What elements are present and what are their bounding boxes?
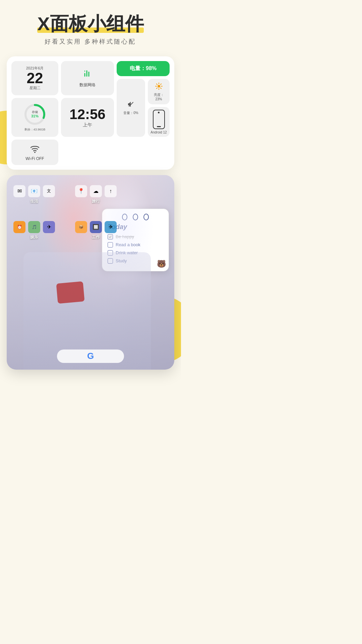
mute-icon [127, 100, 135, 110]
sound-cell: 音量：0% [117, 79, 145, 137]
app-icon: 🔲 [90, 221, 102, 233]
folder-label-entertainment: 娱乐 [30, 234, 38, 240]
title-text: X面板小组件 [37, 13, 143, 34]
google-search-bar[interactable]: G [57, 350, 124, 363]
app-icon: 文 [43, 185, 55, 197]
wifi-label: Wi-Fi OFF [25, 156, 44, 161]
data-network-label: 数据网络 [79, 82, 96, 88]
app-group-entertainment[interactable]: ⏰ 🎵 ✈ 娱乐 [13, 221, 55, 240]
data-network-cell: 数据网络 [61, 61, 114, 96]
android-label: Android 12 [150, 130, 167, 134]
app-icon: ✈ [105, 221, 117, 233]
page-subtitle: 好看又实用 多种样式随心配 [37, 38, 143, 46]
wifi-cell: Wi-Fi OFF [11, 140, 58, 165]
date-day: 22 [27, 71, 43, 86]
page-title: X面板小组件 [37, 13, 143, 34]
app-icon: 🎵 [28, 221, 40, 233]
app-icon: ↑ [105, 185, 117, 197]
app-icon: ✈ [43, 221, 55, 233]
sun-icon [155, 82, 163, 92]
app-group-life[interactable]: ✉ 📧 文 生活 [13, 185, 55, 204]
clock-ampm: 上午 [83, 122, 92, 128]
folder-label-travel: 旅行 [92, 199, 100, 204]
brightness-cell: 亮度：23% [148, 79, 170, 104]
svg-line-13 [160, 88, 161, 89]
right-column: 电量：98% 音量：0% [117, 61, 170, 137]
svg-line-14 [156, 88, 157, 89]
app-icon: 📧 [28, 185, 40, 197]
app-group-travel[interactable]: 📍 ☁ ↑ 旅行 [75, 185, 117, 204]
storage-label: 存储 [31, 110, 39, 114]
phone-content: ✉ 📧 文 生活 📍 ☁ ↑ 旅行 [7, 175, 174, 370]
widget-grid: 2021年6月 22 星期二 数据网络 [11, 61, 170, 165]
svg-point-7 [158, 85, 160, 88]
phone-mockup: ✉ 📧 文 生活 📍 ☁ ↑ 旅行 [7, 175, 174, 370]
signal-icon [82, 68, 93, 81]
app-icon: 📍 [75, 185, 87, 197]
android-cell: Android 12 [148, 107, 170, 137]
storage-remaining: 剩余：43.96GB [23, 127, 47, 132]
phone-icon [153, 110, 165, 129]
storage-percent: 31% [31, 114, 39, 118]
sound-label: 音量：0% [123, 111, 138, 115]
app-icon: ☁ [90, 185, 102, 197]
svg-line-12 [156, 84, 157, 85]
google-logo: G [87, 351, 94, 361]
title-block: X面板小组件 好看又实用 多种样式随心配 [37, 13, 143, 46]
date-cell: 2021年6月 22 星期二 [11, 61, 58, 96]
folder-label-work: 工作 [92, 234, 100, 240]
clock-cell: 12:56 上午 [61, 98, 114, 137]
wifi-icon [29, 144, 40, 155]
phone-background: ✉ 📧 文 生活 📍 ☁ ↑ 旅行 [7, 175, 174, 370]
svg-line-15 [160, 84, 161, 85]
svg-point-5 [34, 152, 36, 153]
app-icon: 📦 [75, 221, 87, 233]
brightness-label: 亮度：23% [151, 93, 166, 101]
date-weekday: 星期二 [29, 86, 41, 91]
battery-cell: 电量：98% [117, 61, 170, 76]
app-group-work[interactable]: 📦 🔲 ✈ 工作 [75, 221, 117, 240]
widget-card: 2021年6月 22 星期二 数据网络 [7, 56, 174, 170]
app-icon: ⏰ [13, 221, 25, 233]
storage-cell: 存储 31% 剩余：43.96GB [11, 98, 58, 137]
folder-label-life: 生活 [30, 199, 38, 204]
battery-label: 电量：98% [130, 65, 157, 72]
app-icon: ✉ [13, 185, 25, 197]
clock-time: 12:56 [69, 107, 105, 122]
